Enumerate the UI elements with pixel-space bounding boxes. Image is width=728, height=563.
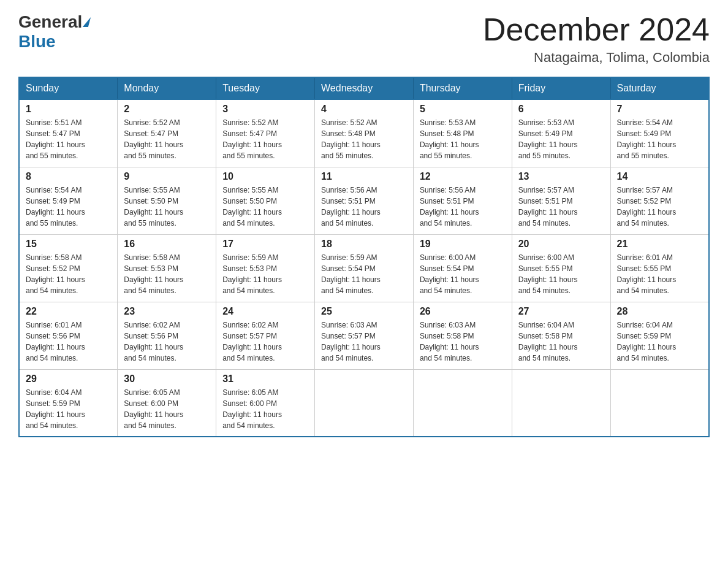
day-info: Sunrise: 6:00 AMSunset: 5:55 PMDaylight:… [518, 252, 604, 296]
table-row: 2Sunrise: 5:52 AMSunset: 5:47 PMDaylight… [118, 99, 216, 167]
day-info: Sunrise: 5:58 AMSunset: 5:52 PMDaylight:… [26, 252, 111, 296]
day-number: 23 [124, 306, 210, 317]
day-info: Sunrise: 5:51 AMSunset: 5:47 PMDaylight:… [26, 117, 111, 161]
page-header: General Blue December 2024 Natagaima, To… [18, 12, 710, 66]
day-number: 31 [222, 373, 308, 385]
day-info: Sunrise: 5:57 AMSunset: 5:51 PMDaylight:… [518, 185, 604, 229]
day-number: 8 [26, 171, 111, 182]
day-info: Sunrise: 5:55 AMSunset: 5:50 PMDaylight:… [124, 185, 210, 229]
day-number: 29 [26, 373, 111, 385]
day-number: 26 [420, 306, 506, 317]
day-info: Sunrise: 5:59 AMSunset: 5:54 PMDaylight:… [321, 252, 407, 296]
day-number: 12 [420, 171, 506, 182]
day-info: Sunrise: 6:05 AMSunset: 6:00 PMDaylight:… [222, 387, 308, 431]
day-info: Sunrise: 6:04 AMSunset: 5:59 PMDaylight:… [617, 320, 702, 364]
day-info: Sunrise: 6:04 AMSunset: 5:59 PMDaylight:… [26, 387, 111, 431]
table-row: 20Sunrise: 6:00 AMSunset: 5:55 PMDayligh… [512, 234, 610, 302]
calendar-header-row: Sunday Monday Tuesday Wednesday Thursday… [19, 77, 709, 99]
month-title: December 2024 [483, 12, 710, 47]
day-number: 17 [222, 239, 308, 250]
table-row: 6Sunrise: 5:53 AMSunset: 5:49 PMDaylight… [512, 99, 610, 167]
day-number: 27 [518, 306, 604, 317]
table-row: 29Sunrise: 6:04 AMSunset: 5:59 PMDayligh… [19, 369, 118, 437]
table-row: 17Sunrise: 5:59 AMSunset: 5:53 PMDayligh… [216, 234, 315, 302]
day-info: Sunrise: 6:03 AMSunset: 5:57 PMDaylight:… [321, 320, 407, 364]
logo-triangle-icon [83, 17, 91, 27]
day-info: Sunrise: 5:56 AMSunset: 5:51 PMDaylight:… [321, 185, 407, 229]
table-row [413, 369, 512, 437]
calendar-week-row: 22Sunrise: 6:01 AMSunset: 5:56 PMDayligh… [19, 302, 709, 369]
table-row [315, 369, 414, 437]
table-row: 30Sunrise: 6:05 AMSunset: 6:00 PMDayligh… [118, 369, 216, 437]
day-number: 18 [321, 239, 407, 250]
day-info: Sunrise: 6:03 AMSunset: 5:58 PMDaylight:… [420, 320, 506, 364]
day-number: 5 [420, 104, 506, 115]
table-row: 13Sunrise: 5:57 AMSunset: 5:51 PMDayligh… [512, 167, 610, 234]
day-info: Sunrise: 6:00 AMSunset: 5:54 PMDaylight:… [420, 252, 506, 296]
table-row: 18Sunrise: 5:59 AMSunset: 5:54 PMDayligh… [315, 234, 414, 302]
header-saturday: Saturday [610, 77, 709, 99]
day-number: 16 [124, 239, 210, 250]
table-row: 15Sunrise: 5:58 AMSunset: 5:52 PMDayligh… [19, 234, 118, 302]
table-row: 12Sunrise: 5:56 AMSunset: 5:51 PMDayligh… [413, 167, 512, 234]
title-section: December 2024 Natagaima, Tolima, Colombi… [483, 12, 710, 66]
calendar-week-row: 15Sunrise: 5:58 AMSunset: 5:52 PMDayligh… [19, 234, 709, 302]
table-row: 1Sunrise: 5:51 AMSunset: 5:47 PMDaylight… [19, 99, 118, 167]
day-info: Sunrise: 6:01 AMSunset: 5:56 PMDaylight:… [26, 320, 111, 364]
day-number: 20 [518, 239, 604, 250]
header-friday: Friday [512, 77, 610, 99]
table-row: 25Sunrise: 6:03 AMSunset: 5:57 PMDayligh… [315, 302, 414, 369]
day-number: 24 [222, 306, 308, 317]
calendar-week-row: 8Sunrise: 5:54 AMSunset: 5:49 PMDaylight… [19, 167, 709, 234]
day-info: Sunrise: 5:53 AMSunset: 5:48 PMDaylight:… [420, 117, 506, 161]
day-number: 11 [321, 171, 407, 182]
table-row: 10Sunrise: 5:55 AMSunset: 5:50 PMDayligh… [216, 167, 315, 234]
day-number: 15 [26, 239, 111, 250]
header-thursday: Thursday [413, 77, 512, 99]
day-info: Sunrise: 5:52 AMSunset: 5:47 PMDaylight:… [124, 117, 210, 161]
table-row: 21Sunrise: 6:01 AMSunset: 5:55 PMDayligh… [610, 234, 709, 302]
day-info: Sunrise: 5:58 AMSunset: 5:53 PMDaylight:… [124, 252, 210, 296]
day-number: 7 [617, 104, 702, 115]
day-number: 19 [420, 239, 506, 250]
table-row: 14Sunrise: 5:57 AMSunset: 5:52 PMDayligh… [610, 167, 709, 234]
day-number: 30 [124, 373, 210, 385]
day-number: 28 [617, 306, 702, 317]
day-number: 22 [26, 306, 111, 317]
table-row: 19Sunrise: 6:00 AMSunset: 5:54 PMDayligh… [413, 234, 512, 302]
table-row: 31Sunrise: 6:05 AMSunset: 6:00 PMDayligh… [216, 369, 315, 437]
table-row: 9Sunrise: 5:55 AMSunset: 5:50 PMDaylight… [118, 167, 216, 234]
table-row: 22Sunrise: 6:01 AMSunset: 5:56 PMDayligh… [19, 302, 118, 369]
day-number: 3 [222, 104, 308, 115]
header-monday: Monday [118, 77, 216, 99]
day-number: 13 [518, 171, 604, 182]
day-info: Sunrise: 5:52 AMSunset: 5:48 PMDaylight:… [321, 117, 407, 161]
table-row: 11Sunrise: 5:56 AMSunset: 5:51 PMDayligh… [315, 167, 414, 234]
day-number: 25 [321, 306, 407, 317]
day-info: Sunrise: 5:56 AMSunset: 5:51 PMDaylight:… [420, 185, 506, 229]
day-info: Sunrise: 6:04 AMSunset: 5:58 PMDaylight:… [518, 320, 604, 364]
table-row: 23Sunrise: 6:02 AMSunset: 5:56 PMDayligh… [118, 302, 216, 369]
day-info: Sunrise: 5:53 AMSunset: 5:49 PMDaylight:… [518, 117, 604, 161]
day-number: 21 [617, 239, 702, 250]
table-row: 26Sunrise: 6:03 AMSunset: 5:58 PMDayligh… [413, 302, 512, 369]
table-row: 3Sunrise: 5:52 AMSunset: 5:47 PMDaylight… [216, 99, 315, 167]
logo-general-text: General [18, 12, 82, 32]
table-row: 16Sunrise: 5:58 AMSunset: 5:53 PMDayligh… [118, 234, 216, 302]
logo: General Blue [18, 12, 89, 52]
calendar-table: Sunday Monday Tuesday Wednesday Thursday… [18, 77, 710, 437]
day-number: 14 [617, 171, 702, 182]
table-row: 8Sunrise: 5:54 AMSunset: 5:49 PMDaylight… [19, 167, 118, 234]
table-row: 28Sunrise: 6:04 AMSunset: 5:59 PMDayligh… [610, 302, 709, 369]
header-wednesday: Wednesday [315, 77, 414, 99]
table-row: 27Sunrise: 6:04 AMSunset: 5:58 PMDayligh… [512, 302, 610, 369]
day-number: 4 [321, 104, 407, 115]
header-tuesday: Tuesday [216, 77, 315, 99]
day-info: Sunrise: 5:59 AMSunset: 5:53 PMDaylight:… [222, 252, 308, 296]
day-info: Sunrise: 5:54 AMSunset: 5:49 PMDaylight:… [26, 185, 111, 229]
day-number: 6 [518, 104, 604, 115]
table-row [610, 369, 709, 437]
calendar-week-row: 29Sunrise: 6:04 AMSunset: 5:59 PMDayligh… [19, 369, 709, 437]
day-number: 2 [124, 104, 210, 115]
table-row [512, 369, 610, 437]
